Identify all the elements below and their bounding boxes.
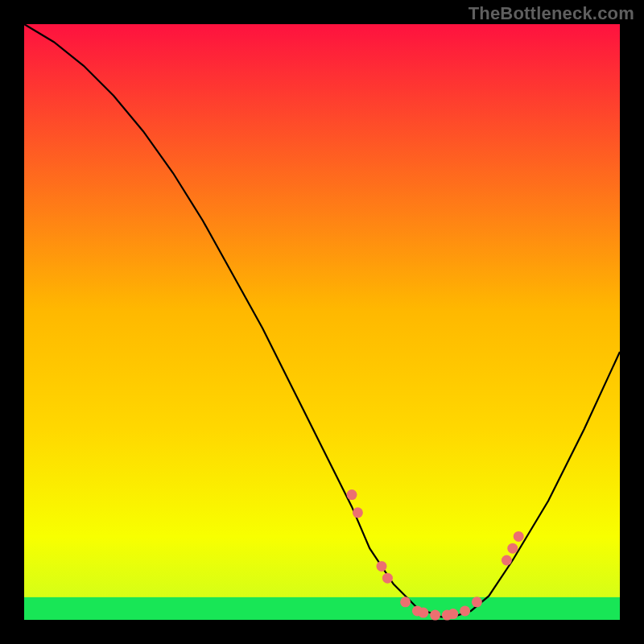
- data-point: [377, 561, 387, 572]
- data-point: [514, 531, 524, 542]
- data-point: [400, 597, 411, 607]
- data-point: [418, 608, 428, 618]
- data-point: [347, 489, 357, 500]
- data-point: [382, 573, 393, 584]
- attribution-label: TheBottleneck.com: [469, 3, 634, 24]
- data-point: [502, 555, 512, 566]
- data-point: [460, 605, 470, 616]
- data-point: [448, 609, 458, 619]
- data-point: [472, 597, 482, 607]
- data-point: [507, 543, 518, 554]
- chart-frame: TheBottleneck.com: [0, 0, 644, 644]
- optimal-zone-band: [24, 597, 620, 620]
- data-point: [353, 507, 363, 518]
- bottleneck-chart: [0, 0, 644, 644]
- data-point: [430, 610, 440, 621]
